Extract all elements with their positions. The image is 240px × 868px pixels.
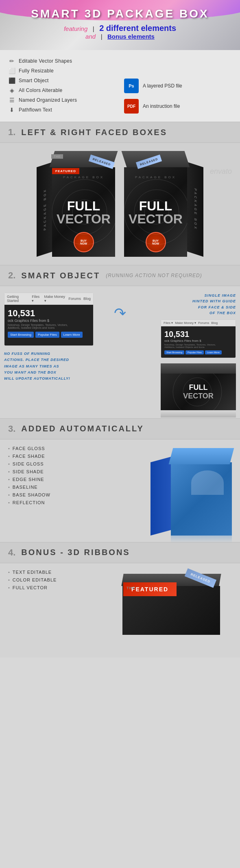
box1-side-text: PACKAGE BOX	[43, 188, 47, 231]
counter-sub: ock Graphics Files from $	[8, 319, 90, 323]
section1-header: 1. LEFT & RIGHT FACED BOXES	[0, 122, 240, 143]
nav-item: Blog	[83, 297, 91, 301]
btn-learn-right[interactable]: Learn More	[205, 350, 222, 354]
btns-right: Start Browsing Popular Files Learn More	[164, 350, 232, 354]
arrow-container: ↷	[114, 293, 126, 322]
box-right-side: FULLVECTOR	[161, 361, 236, 410]
path-icon: ⬇	[8, 106, 15, 114]
list-item: TEXT EDITABLE	[8, 570, 106, 575]
section4-title: BONUS - 3D RIBBONS	[21, 548, 130, 557]
list-item: FACE SHADE	[8, 454, 142, 459]
btn-start[interactable]: Start Browsing	[8, 332, 34, 338]
blue-box-gloss	[191, 470, 224, 495]
feature-label: All Colors Alterable	[19, 87, 62, 93]
bonus-label: Bonus elements	[107, 33, 155, 40]
svg-point-4	[134, 190, 179, 234]
blue-box-front	[171, 462, 232, 536]
and-label: and	[85, 33, 96, 40]
section3-title: ADDED AUTOMATICALLY	[21, 424, 144, 433]
list-item: REFLECTION	[8, 500, 142, 505]
list-item: BASE SHADOW	[8, 492, 142, 497]
blue-box-side	[151, 457, 171, 535]
features-section: ✏ Editable Vector Shapes ⬜ Fully Resizab…	[0, 50, 240, 122]
feature-label: Named Organized Layers	[19, 97, 77, 103]
box2-side-text: PACKAGE BOX	[194, 188, 197, 231]
btn-popular[interactable]: Popular Files	[35, 332, 59, 338]
the-label-3d: THE	[127, 586, 135, 590]
counter: 10,531	[8, 308, 90, 319]
box-right-top	[161, 363, 236, 374]
browser-bar-right: Files ▾ Make Money ▾ Forums Blog	[161, 320, 236, 326]
nav-item: Make Money ▾	[44, 295, 66, 303]
nav-item: Getting Started	[7, 295, 29, 303]
section1-title: LEFT & RIGHT FACED BOXES	[21, 128, 167, 137]
svg-point-5	[144, 200, 169, 224]
section3-num: 3.	[8, 424, 15, 434]
blue-box	[151, 446, 232, 536]
file-item-pdf: PDF An instruction file	[124, 99, 232, 114]
psd-icon: Ps	[124, 79, 139, 93]
list-item: BASELINE	[8, 485, 142, 490]
watermark: envato	[210, 167, 232, 176]
feature-label: Fully Resizable	[19, 68, 54, 74]
added-list: FACE GLOSS FACE SHADE SIDE GLOSS SIDE SH…	[8, 446, 142, 508]
ribbon-3d-container: THE FEATURED RELEASED	[114, 570, 232, 651]
psd-label: A layered PSD file	[143, 83, 182, 89]
box1-side: PACKAGE BOX	[37, 162, 53, 257]
no-fuss-text: NO FUSS OF RUNNING ACTIONS. PLACE THE DE…	[4, 351, 85, 382]
color-icon: ◈	[8, 87, 15, 94]
section2-header: 2. SMART OBJECT (RUNNING ACTION NOT REQU…	[0, 265, 240, 286]
circles-bg	[52, 167, 115, 257]
box1-front: PACKAGE BOX FULLVECTOR BUYNOW	[52, 167, 115, 257]
browser-mock-left: Getting Started Files ▾ Make Money ▾ For…	[4, 293, 94, 346]
smart-left: Getting Started Files ▾ Make Money ▾ For…	[4, 293, 110, 382]
sub3-right: Additions, Isolated Objects and Icons	[164, 346, 232, 348]
feature-label: Editable Vector Shapes	[19, 58, 72, 64]
file-item-psd: Ps A layered PSD file	[124, 79, 232, 93]
feature-item: ◈ All Colors Alterable	[8, 87, 120, 94]
section4-num: 4.	[8, 547, 15, 558]
browser-content-right: 10,531 ock Graphics Files from $ hotosho…	[161, 326, 236, 358]
section1-num: 1.	[8, 127, 15, 138]
counter-sub2: hotoshop, Design Templates, Textures, Ve…	[8, 324, 90, 326]
featured-ribbon: FEATURED	[52, 168, 79, 174]
browser-bar: Getting Started Files ▾ Make Money ▾ For…	[4, 293, 93, 305]
ribbon-display: THE FEATURED RELEASED	[114, 570, 220, 635]
list-item: SIDE SHADE	[8, 469, 142, 474]
btn-start-right[interactable]: Start Browsing	[164, 350, 184, 354]
features-right: Ps A layered PSD file PDF An instruction…	[120, 57, 232, 116]
svg-point-0	[52, 179, 115, 245]
circles-bg2	[124, 167, 187, 257]
nav-right: Files ▾	[164, 321, 173, 325]
nav-item: Files ▾	[32, 295, 41, 303]
smart-right: SINGLE IMAGE HINTED WITH GUIDE FOR FACE …	[130, 293, 236, 410]
features-left: ✏ Editable Vector Shapes ⬜ Fully Resizab…	[8, 57, 120, 116]
box2-front: PACKAGE BOX FULLVECTOR BUYNOW	[124, 167, 187, 257]
counter-right: 10,531	[164, 330, 232, 339]
smart-content: Getting Started Files ▾ Make Money ▾ For…	[4, 293, 236, 410]
btn-learn[interactable]: Learn More	[61, 332, 83, 338]
section2-num: 2.	[8, 270, 15, 281]
list-item: EDGE SHINE	[8, 477, 142, 482]
list-item: FULL VECTOR	[8, 585, 106, 590]
nav-right: Blog	[211, 321, 218, 325]
feature-item: ⬜ Fully Resizable	[8, 67, 120, 74]
svg-point-1	[62, 190, 107, 234]
featuring-label: featuring	[64, 25, 87, 32]
smart-icon: ⬛	[8, 77, 15, 84]
box-front-right: FULLVECTOR	[161, 374, 236, 410]
smart-section: Getting Started Files ▾ Make Money ▾ For…	[0, 286, 240, 418]
section2-title: SMART OBJECT	[21, 271, 100, 280]
header: SMART 3D PACKAGE BOX featuring | 2 diffe…	[0, 0, 240, 50]
list-item: SIDE GLOSS	[8, 461, 142, 466]
feature-item: ⬛ Smart Object	[8, 77, 120, 84]
section3-header: 3. ADDED AUTOMATICALLY	[0, 418, 240, 439]
single-image-text: SINGLE IMAGE HINTED WITH GUIDE FOR FACE …	[192, 293, 236, 316]
nav-item: Forums	[68, 297, 81, 301]
box-right-text: FULLVECTOR	[183, 383, 214, 400]
header-subtitle: featuring | 2 different elements and | B…	[8, 24, 232, 40]
btn-popular-right[interactable]: Popular Files	[185, 350, 204, 354]
svg-point-2	[72, 200, 97, 224]
browser-btns: Start Browsing Popular Files Learn More	[8, 332, 90, 338]
boxes-section: envato envato PACKAGE BOX PACKAGE BOX FU…	[0, 143, 240, 265]
